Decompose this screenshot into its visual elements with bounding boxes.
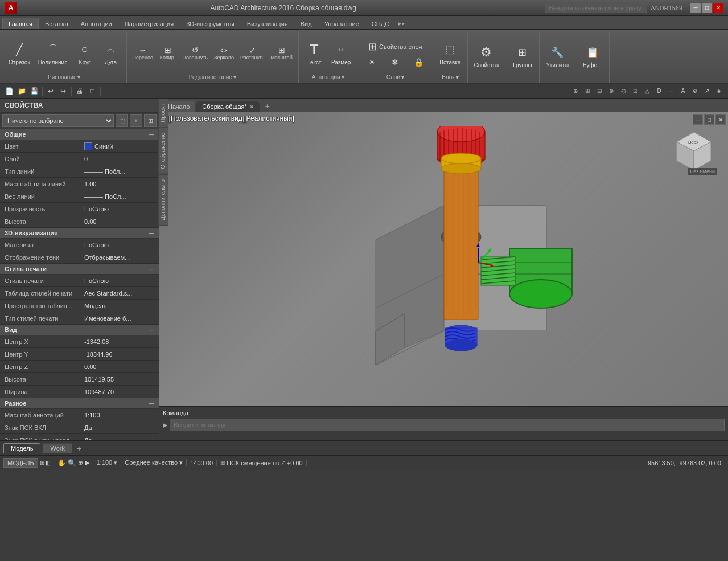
minimize-button[interactable]: ─ — [690, 3, 701, 13]
collapse-general[interactable]: — — [149, 132, 154, 138]
edit-dropdown-icon[interactable]: ▾ — [233, 74, 236, 80]
pan-icon[interactable]: ✋ — [57, 459, 66, 467]
command-input[interactable] — [170, 419, 725, 431]
btn-layer-freeze[interactable]: ❄ — [384, 56, 406, 68]
isodraft-btn[interactable]: ◈ — [713, 85, 725, 97]
search-input[interactable] — [545, 3, 647, 13]
collapse-3d[interactable]: — — [149, 230, 154, 236]
btn-polyline[interactable]: ⌒ Полилиния — [35, 39, 71, 67]
btn-groups[interactable]: ⊞ Группы — [510, 42, 534, 70]
vc-minimize[interactable]: ─ — [693, 114, 703, 125]
collapse-print[interactable]: — — [149, 266, 154, 272]
dyn-btn[interactable]: D — [653, 85, 665, 97]
tab-visualization[interactable]: Визуализация — [241, 18, 294, 29]
select-btn[interactable]: ⊞ — [144, 114, 157, 127]
annotations-dropdown-icon[interactable]: ▾ — [342, 74, 344, 80]
section-general[interactable]: Общие — — [0, 129, 159, 140]
grid-btn[interactable]: ⊞ — [582, 85, 593, 97]
btn-copy[interactable]: ⊞Копир. — [157, 44, 179, 62]
block-dropdown-icon[interactable]: ▾ — [456, 74, 459, 80]
btn-layer-off[interactable]: ☀ — [361, 56, 382, 68]
tab-3dtools[interactable]: 3D-инструменты — [180, 18, 241, 29]
viewcube[interactable]: Верх Без имени — [671, 129, 717, 175]
tab-extra[interactable]: ▸▸ — [396, 18, 408, 29]
qa-redo[interactable]: ↪ — [57, 85, 69, 97]
tab-spds[interactable]: СПДС — [365, 18, 396, 29]
color-swatch[interactable] — [84, 142, 92, 150]
otrack-btn[interactable]: ⊡ — [630, 85, 641, 97]
tab-home[interactable]: Главная — [2, 18, 39, 29]
steering-icon[interactable]: ⊕ — [78, 459, 83, 466]
model-tab-model[interactable]: Модель — [3, 443, 40, 453]
side-tab-display[interactable]: Отображение — [158, 128, 168, 174]
btn-stretch[interactable]: ⤢Растянуть — [238, 44, 267, 62]
model-indicator[interactable]: МОДЕЛЬ — [3, 458, 38, 468]
btn-rotate[interactable]: ↺Повернуть — [180, 44, 210, 62]
vc-restore[interactable]: □ — [704, 114, 714, 125]
qa-plot[interactable]: 🖨 — [74, 85, 85, 97]
quality-label[interactable]: Среднее качество ▾ — [125, 459, 183, 466]
btn-mirror[interactable]: ⇔Зеркало — [212, 44, 236, 62]
tab-annotations[interactable]: Аннотации — [75, 18, 118, 29]
quick-select-btn[interactable]: + — [130, 114, 142, 127]
btn-arc[interactable]: ⌓ Дуга — [99, 39, 123, 67]
zoom-icon[interactable]: 🔍 — [68, 459, 76, 467]
btn-move[interactable]: ↔Перенос — [130, 44, 155, 62]
object-selector[interactable]: Ничего не выбрано — [2, 114, 114, 127]
toggle-picker-btn[interactable]: ⬚ — [116, 114, 128, 127]
close-button[interactable]: ✕ — [713, 3, 723, 13]
layout-icon1[interactable]: ⊞ — [40, 460, 44, 466]
properties-content: ⚙ Свойства — [471, 33, 502, 79]
tab-insert[interactable]: Вставка — [39, 18, 75, 29]
btn-layer-properties[interactable]: ⊞ Свойства слоя — [365, 39, 425, 55]
ortho-btn[interactable]: ⊟ — [594, 85, 605, 97]
polar-btn[interactable]: ⊛ — [606, 85, 617, 97]
btn-buffer[interactable]: 📋 Буфе... — [580, 42, 604, 70]
drawing-dropdown-icon[interactable]: ▾ — [77, 74, 80, 80]
osnap-btn[interactable]: ◎ — [618, 85, 629, 97]
btn-dimension[interactable]: ↔ Размер — [328, 39, 353, 67]
qa-new[interactable]: 📄 — [3, 85, 15, 97]
qa-3d[interactable]: □ — [87, 85, 98, 97]
section-3d[interactable]: 3D-визуализация — — [0, 228, 159, 239]
btn-scale[interactable]: ⊞Масштаб — [268, 44, 295, 62]
tab-parametrization[interactable]: Параметризация — [118, 18, 180, 29]
layers-dropdown-icon[interactable]: ▾ — [401, 74, 404, 80]
model-tab-add[interactable]: + — [75, 444, 84, 453]
qa-undo[interactable]: ↩ — [45, 85, 56, 97]
trans-btn[interactable]: A — [677, 85, 689, 97]
section-misc[interactable]: Разное — — [0, 398, 159, 409]
layer-freeze-icon: ❄ — [392, 58, 398, 67]
btn-properties[interactable]: ⚙ Свойства — [471, 42, 502, 70]
collapse-view[interactable]: — — [149, 327, 154, 333]
collapse-misc[interactable]: — — [149, 400, 154, 407]
maximize-button[interactable]: □ — [702, 3, 712, 13]
vc-close[interactable]: ✕ — [715, 114, 726, 125]
side-tab-extra[interactable]: Дополнительно — [158, 174, 168, 226]
model-tab-work[interactable]: Work — [43, 443, 72, 453]
tab-manage[interactable]: Управление — [318, 18, 365, 29]
side-tab-project[interactable]: Проект — [158, 99, 168, 128]
doc-tab-active[interactable]: Сборка общая* ✕ — [196, 101, 260, 112]
ducs-btn[interactable]: △ — [641, 85, 653, 97]
viewport[interactable]: [-][Пользовательский вид][Реалистичный] … — [159, 112, 728, 406]
qa-open[interactable]: 📁 — [16, 85, 27, 97]
qa-save[interactable]: 💾 — [28, 85, 40, 97]
btn-line[interactable]: ╱ Отрезок — [6, 39, 33, 67]
section-print[interactable]: Стиль печати — — [0, 264, 159, 275]
tab-view[interactable]: Вид — [294, 18, 318, 29]
lw-btn[interactable]: ─ — [665, 85, 677, 97]
layout-icon2[interactable]: ◧ — [45, 460, 50, 466]
doc-tab-add[interactable]: + — [262, 100, 273, 112]
sel-btn[interactable]: ⊘ — [689, 85, 701, 97]
btn-insert-block[interactable]: ⬚ Вставка — [437, 39, 463, 67]
showmotion-icon[interactable]: ▶ — [85, 459, 89, 466]
snap-btn[interactable]: ⊕ — [570, 85, 581, 97]
section-view[interactable]: Вид — — [0, 325, 159, 335]
gizmo-btn[interactable]: ↗ — [701, 85, 713, 97]
btn-circle[interactable]: ○ Круг — [73, 39, 97, 67]
doc-tab-close[interactable]: ✕ — [249, 104, 254, 110]
btn-utilities[interactable]: 🔧 Утилиты — [543, 42, 571, 70]
btn-layer-lock[interactable]: 🔒 — [408, 56, 429, 68]
btn-text[interactable]: T Текст — [302, 39, 326, 67]
